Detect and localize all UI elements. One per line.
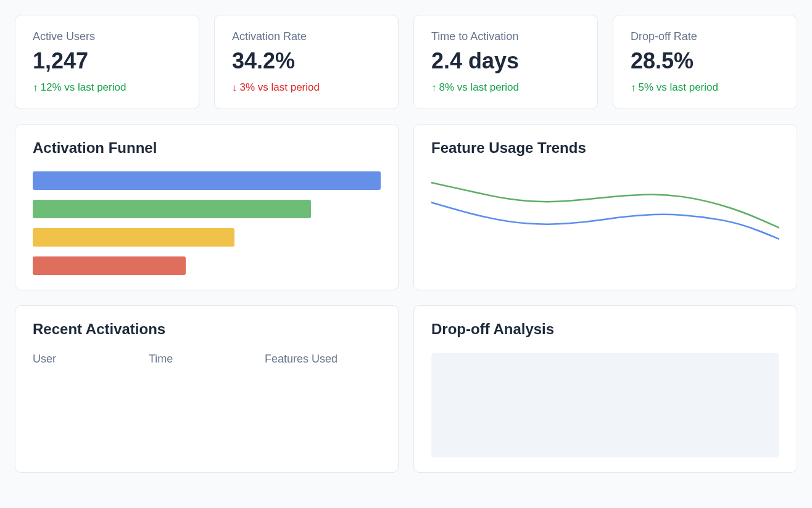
metric-value: 1,247 bbox=[33, 48, 181, 74]
panel-title: Activation Funnel bbox=[33, 139, 381, 157]
trend-line-a bbox=[431, 202, 779, 239]
metric-card-active-users: Active Users 1,247 ↑ 12% vs last period bbox=[15, 15, 199, 109]
table-column-time: Time bbox=[149, 353, 265, 366]
metric-label: Active Users bbox=[33, 30, 181, 43]
panel-title: Drop-off Analysis bbox=[431, 321, 779, 338]
table-column-user: User bbox=[33, 353, 149, 366]
metric-change: ↑ 12% vs last period bbox=[33, 81, 181, 94]
metric-value: 28.5% bbox=[631, 48, 779, 74]
funnel-bar-2 bbox=[33, 200, 311, 218]
panel-title: Recent Activations bbox=[33, 321, 381, 338]
metric-change-text: 5% vs last period bbox=[639, 81, 718, 94]
funnel-bar-4 bbox=[33, 256, 186, 275]
funnel-bar-3 bbox=[33, 228, 234, 247]
bottom-row: Recent Activations User Time Features Us… bbox=[15, 305, 797, 473]
metric-change-text: 8% vs last period bbox=[439, 81, 519, 94]
metric-label: Activation Rate bbox=[232, 30, 381, 43]
metric-change: ↓ 3% vs last period bbox=[232, 81, 381, 94]
metric-value: 2.4 days bbox=[431, 48, 580, 74]
charts-row: Activation Funnel Feature Usage Trends bbox=[15, 124, 797, 290]
metric-change: ↑ 5% vs last period bbox=[631, 81, 779, 94]
metric-change: ↑ 8% vs last period bbox=[431, 81, 580, 94]
funnel-chart bbox=[33, 171, 381, 275]
metric-change-text: 12% vs last period bbox=[41, 81, 126, 94]
panel-activation-funnel: Activation Funnel bbox=[15, 124, 399, 290]
arrow-down-icon: ↓ bbox=[232, 83, 238, 93]
metric-label: Drop-off Rate bbox=[631, 30, 779, 43]
panel-recent-activations: Recent Activations User Time Features Us… bbox=[15, 305, 399, 473]
metric-card-time-to-activation: Time to Activation 2.4 days ↑ 8% vs last… bbox=[413, 15, 598, 109]
table-column-features: Features Used bbox=[265, 353, 381, 366]
metric-card-dropoff-rate: Drop-off Rate 28.5% ↑ 5% vs last period bbox=[613, 15, 797, 109]
arrow-up-icon: ↑ bbox=[33, 83, 38, 93]
arrow-up-icon: ↑ bbox=[431, 83, 437, 93]
metric-change-text: 3% vs last period bbox=[240, 81, 320, 94]
table-header: User Time Features Used bbox=[33, 353, 381, 366]
metrics-row: Active Users 1,247 ↑ 12% vs last period … bbox=[15, 15, 797, 109]
dropoff-chart-placeholder bbox=[431, 353, 779, 457]
metric-card-activation-rate: Activation Rate 34.2% ↓ 3% vs last perio… bbox=[214, 15, 399, 109]
metric-label: Time to Activation bbox=[431, 30, 580, 43]
metric-value: 34.2% bbox=[232, 48, 381, 74]
arrow-up-icon: ↑ bbox=[631, 83, 636, 93]
funnel-bar-1 bbox=[33, 171, 381, 190]
panel-title: Feature Usage Trends bbox=[431, 139, 779, 157]
panel-feature-usage-trends: Feature Usage Trends bbox=[413, 124, 797, 290]
trends-chart bbox=[431, 171, 779, 270]
panel-dropoff-analysis: Drop-off Analysis bbox=[413, 305, 797, 473]
